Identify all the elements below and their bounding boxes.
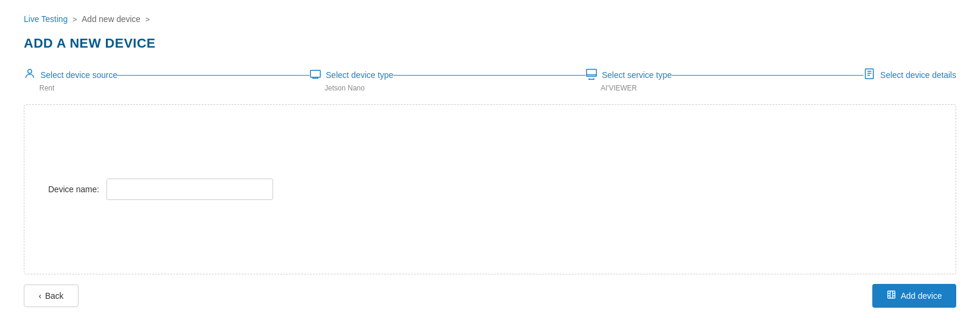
device-name-label: Device name: — [48, 185, 99, 194]
form-area: Device name: — [24, 104, 956, 274]
step-device-source: Select device source Rent — [24, 68, 117, 92]
step-device-details-label: Select device details — [880, 70, 956, 80]
device-name-row: Device name: — [48, 179, 273, 200]
step-device-type: Select device type Jetson Nano — [309, 68, 394, 92]
breadcrumb-separator-1: > — [73, 15, 77, 24]
device-name-input[interactable] — [107, 179, 273, 200]
service-type-icon — [586, 68, 597, 82]
svg-point-0 — [28, 70, 32, 74]
breadcrumb: Live Testing > Add new device > — [24, 14, 956, 24]
step-device-type-label: Select device type — [326, 70, 394, 80]
step-service-type-label: Select service type — [602, 70, 672, 80]
device-details-icon — [863, 68, 875, 82]
add-device-button-label: Add device — [901, 291, 942, 301]
svg-rect-4 — [888, 291, 895, 298]
bottom-bar: ‹ Back Add device — [24, 274, 956, 308]
add-device-button[interactable]: Add device — [872, 284, 956, 308]
back-chevron-icon: ‹ — [39, 291, 42, 301]
connector-3 — [672, 75, 863, 76]
step-device-details: Select device details — [863, 68, 956, 84]
connector-1 — [117, 75, 309, 76]
page-title: ADD A NEW DEVICE — [24, 36, 956, 51]
step-device-source-sublabel: Rent — [24, 84, 54, 92]
svg-rect-1 — [310, 70, 320, 77]
step-service-type-sublabel: AI'VIEWER — [586, 84, 637, 92]
back-button-label: Back — [45, 291, 64, 301]
step-device-source-label: Select device source — [40, 70, 117, 80]
person-icon — [24, 68, 36, 82]
breadcrumb-add-new-device: Add new device — [82, 14, 140, 24]
device-type-icon — [309, 68, 321, 82]
add-device-icon — [887, 290, 896, 302]
svg-rect-3 — [866, 69, 873, 79]
page-container: Live Testing > Add new device > ADD A NE… — [0, 0, 980, 322]
breadcrumb-separator-2: > — [145, 15, 150, 24]
connector-2 — [393, 75, 585, 76]
breadcrumb-live-testing[interactable]: Live Testing — [24, 14, 68, 24]
step-service-type: Select service type AI'VIEWER — [586, 68, 672, 92]
stepper: Select device source Rent Select device … — [24, 68, 956, 92]
back-button[interactable]: ‹ Back — [24, 285, 79, 307]
step-device-type-sublabel: Jetson Nano — [309, 84, 365, 92]
svg-rect-2 — [586, 70, 596, 77]
